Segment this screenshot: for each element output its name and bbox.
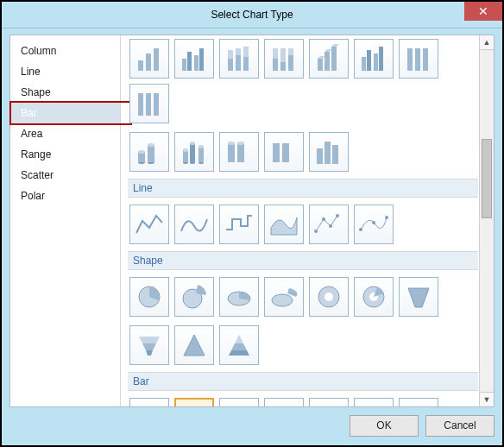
chart-funnel-1[interactable] <box>399 277 438 317</box>
svg-rect-57 <box>324 142 331 164</box>
svg-rect-42 <box>183 150 188 162</box>
svg-point-37 <box>138 150 145 154</box>
svg-rect-30 <box>415 48 420 71</box>
chart-pie-3[interactable] <box>219 277 259 317</box>
svg-marker-24 <box>331 44 339 47</box>
scroll-thumb[interactable] <box>482 139 492 218</box>
chart-column-1[interactable] <box>129 39 169 79</box>
chart-cylinder-3[interactable] <box>219 132 259 172</box>
chart-line-6[interactable] <box>354 205 394 244</box>
step-line-icon <box>224 209 255 240</box>
chart-category-list: Column Line Shape Bar Area Range Scatter… <box>10 35 121 406</box>
category-column[interactable]: Column <box>10 41 120 61</box>
chart-cylinder-5[interactable] <box>309 132 349 172</box>
column-icon <box>179 43 210 74</box>
chart-funnel-2[interactable] <box>129 325 169 365</box>
chart-column-4[interactable] <box>264 39 304 79</box>
chart-line-2[interactable] <box>174 205 214 244</box>
dialog-footer: OK Cancel <box>9 412 495 438</box>
svg-marker-79 <box>235 335 243 343</box>
pie-3d-icon <box>224 281 255 312</box>
chart-doughnut-2[interactable] <box>354 277 394 317</box>
chart-pie-2[interactable] <box>174 277 214 317</box>
svg-rect-33 <box>146 93 151 116</box>
svg-marker-78 <box>184 335 205 356</box>
chart-cylinder-4[interactable] <box>264 132 304 172</box>
category-line[interactable]: Line <box>10 61 120 82</box>
category-range[interactable]: Range <box>10 144 120 165</box>
chart-column-8[interactable] <box>129 84 169 123</box>
svg-rect-56 <box>317 148 323 164</box>
column-3d-icon <box>358 43 389 74</box>
chart-column-3[interactable] <box>219 39 259 79</box>
chart-doughnut-1[interactable] <box>309 277 349 317</box>
section-header-bar: Bar <box>128 372 478 391</box>
chart-line-1[interactable] <box>129 205 169 244</box>
svg-marker-81 <box>229 350 249 356</box>
category-polar[interactable]: Polar <box>10 186 120 206</box>
svg-marker-23 <box>324 49 332 52</box>
titlebar: Select Chart Type ✕ <box>2 2 502 28</box>
chart-column-2[interactable] <box>174 39 214 79</box>
chart-line-3[interactable] <box>219 205 259 244</box>
svg-rect-29 <box>407 48 413 71</box>
chart-gallery: Line Shape <box>121 35 494 406</box>
scroll-down-button[interactable]: ▼ <box>480 392 494 406</box>
chart-pyramid-2[interactable] <box>219 325 259 365</box>
pie-3d-exploded-icon <box>268 281 299 312</box>
chart-bar-3d[interactable] <box>264 398 304 406</box>
column-icon <box>224 43 255 74</box>
close-button[interactable]: ✕ <box>464 2 502 21</box>
chart-bar-cyl-1[interactable] <box>399 398 438 406</box>
funnel-icon <box>403 281 434 312</box>
category-scatter[interactable]: Scatter <box>10 165 120 186</box>
close-icon: ✕ <box>478 4 488 18</box>
chart-cylinder-1[interactable] <box>129 132 169 172</box>
svg-rect-20 <box>324 52 330 71</box>
svg-marker-80 <box>231 343 247 350</box>
cancel-button[interactable]: Cancel <box>425 415 495 437</box>
svg-rect-50 <box>228 143 235 162</box>
column-icon <box>268 43 299 74</box>
chart-line-4[interactable] <box>264 205 304 244</box>
cylinder-icon <box>179 136 210 167</box>
svg-rect-48 <box>198 147 204 162</box>
chart-line-5[interactable] <box>309 205 349 244</box>
chart-column-6[interactable] <box>354 39 394 79</box>
chart-bar-clustered[interactable] <box>129 398 169 406</box>
category-shape[interactable]: Shape <box>10 82 120 103</box>
scroll-up-button[interactable]: ▲ <box>480 35 494 50</box>
svg-rect-27 <box>374 54 378 71</box>
chart-cylinder-2[interactable] <box>174 132 214 172</box>
svg-point-71 <box>324 293 333 301</box>
ok-button[interactable]: OK <box>350 415 419 437</box>
gallery-scroll-area: Line Shape <box>128 35 478 406</box>
svg-rect-3 <box>182 59 186 71</box>
chart-pie-1[interactable] <box>129 277 169 317</box>
svg-rect-39 <box>148 145 154 162</box>
chart-pyramid-1[interactable] <box>174 325 214 365</box>
svg-rect-14 <box>273 48 278 59</box>
cylinder-icon <box>268 136 299 167</box>
svg-point-61 <box>329 224 332 228</box>
svg-rect-10 <box>236 48 241 55</box>
doughnut-icon <box>313 281 344 312</box>
chart-column-5[interactable] <box>309 39 349 79</box>
chart-bar-100stacked[interactable] <box>219 398 259 406</box>
category-area[interactable]: Area <box>10 123 120 144</box>
cylinder-icon <box>134 136 165 167</box>
svg-rect-54 <box>273 143 280 162</box>
chart-bar-3d-100[interactable] <box>354 398 394 406</box>
gallery-scrollbar[interactable]: ▲ ▼ <box>479 35 494 406</box>
svg-rect-19 <box>318 59 323 71</box>
section-header-shape: Shape <box>128 251 478 270</box>
chart-column-7[interactable] <box>399 39 438 79</box>
svg-point-40 <box>148 143 154 147</box>
chart-bar-stacked[interactable] <box>174 398 214 406</box>
doughnut-exploded-icon <box>358 281 389 312</box>
chart-pie-4[interactable] <box>264 277 304 317</box>
category-bar[interactable]: Bar <box>10 103 120 123</box>
svg-rect-26 <box>367 50 371 71</box>
chart-bar-3d-stacked[interactable] <box>309 398 349 406</box>
column-3d-icon <box>313 43 344 74</box>
